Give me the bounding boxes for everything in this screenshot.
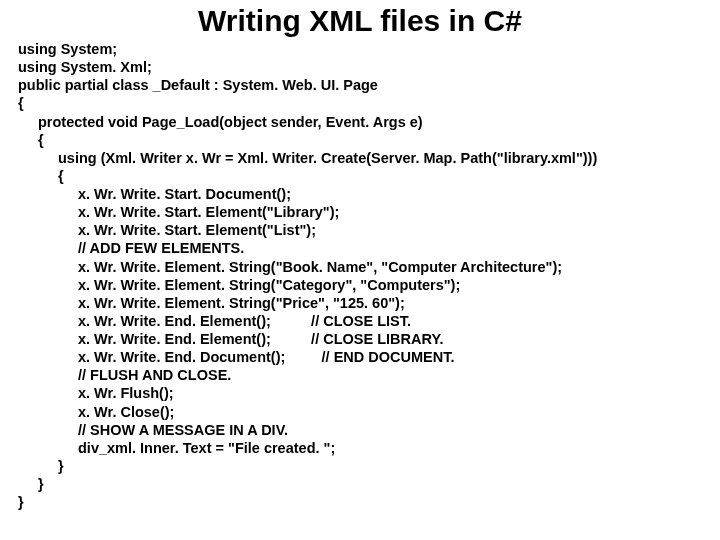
code-line: x. Wr. Write. End. Element(); // CLOSE L… — [18, 330, 702, 348]
code-line: x. Wr. Flush(); — [18, 384, 702, 402]
code-line: div_xml. Inner. Text = "File created. "; — [18, 439, 702, 457]
code-line: { — [18, 167, 702, 185]
code-line: // ADD FEW ELEMENTS. — [18, 239, 702, 257]
code-line: x. Wr. Write. Start. Element("List"); — [18, 221, 702, 239]
code-line: x. Wr. Write. Element. String("Price", "… — [18, 294, 702, 312]
code-line: using (Xml. Writer x. Wr = Xml. Writer. … — [18, 149, 702, 167]
code-line: // SHOW A MESSAGE IN A DIV. — [18, 421, 702, 439]
slide-title: Writing XML files in C# — [18, 4, 702, 38]
code-line: using System. Xml; — [18, 58, 702, 76]
code-line: } — [18, 493, 702, 511]
code-line: x. Wr. Write. Start. Element("Library"); — [18, 203, 702, 221]
code-line: } — [18, 475, 702, 493]
code-line: { — [18, 131, 702, 149]
code-line: using System; — [18, 40, 702, 58]
code-block: using System;using System. Xml;public pa… — [18, 40, 702, 511]
code-line: // FLUSH AND CLOSE. — [18, 366, 702, 384]
code-line: public partial class _Default : System. … — [18, 76, 702, 94]
code-line: x. Wr. Write. Element. String("Book. Nam… — [18, 258, 702, 276]
code-line: x. Wr. Write. Element. String("Category"… — [18, 276, 702, 294]
code-line: protected void Page_Load(object sender, … — [18, 113, 702, 131]
code-line: } — [18, 457, 702, 475]
code-line: { — [18, 94, 702, 112]
slide: Writing XML files in C# using System;usi… — [0, 0, 720, 515]
code-line: x. Wr. Write. End. Document(); // END DO… — [18, 348, 702, 366]
code-line: x. Wr. Close(); — [18, 403, 702, 421]
code-line: x. Wr. Write. Start. Document(); — [18, 185, 702, 203]
code-line: x. Wr. Write. End. Element(); // CLOSE L… — [18, 312, 702, 330]
